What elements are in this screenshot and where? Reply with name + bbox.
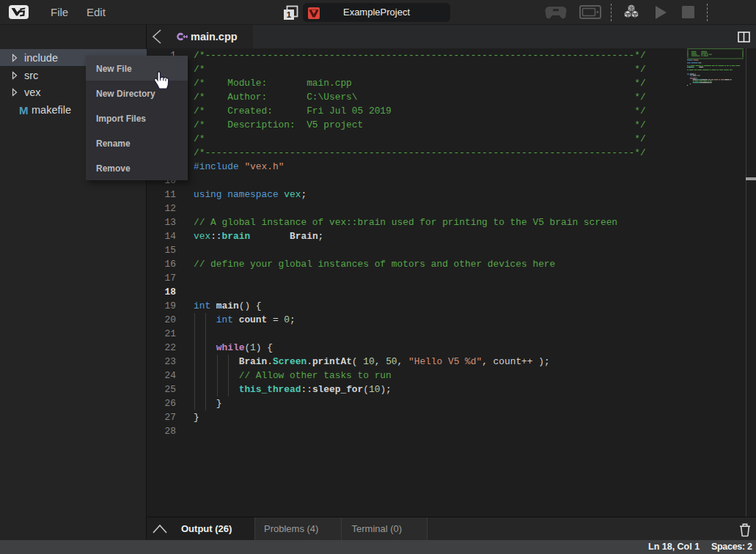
svg-text:1: 1	[287, 10, 292, 19]
